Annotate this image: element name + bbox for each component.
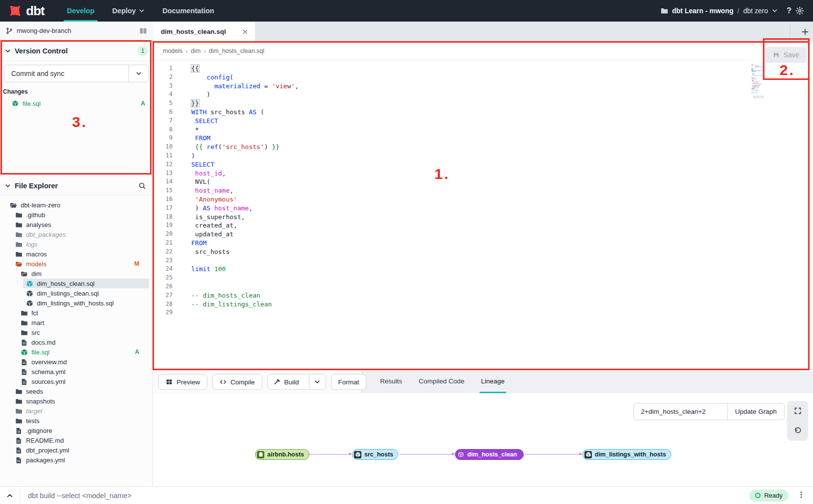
tree-item--gitignore[interactable]: .gitignore: [0, 426, 153, 435]
tree-item-schema-yml[interactable]: schema.yml: [0, 367, 153, 377]
overflow-menu-button[interactable]: [797, 491, 805, 501]
code-line[interactable]: 16 'Anonymous': [153, 195, 741, 204]
save-button[interactable]: Save: [765, 47, 807, 63]
code-line[interactable]: 15 host_name,: [153, 186, 741, 195]
chevron-down-icon[interactable]: [772, 8, 778, 14]
code-line[interactable]: 19 created_at,: [153, 221, 741, 230]
tree-item-tests[interactable]: tests: [0, 416, 153, 426]
code-line[interactable]: 26: [153, 282, 741, 291]
lineage-node-dim-listings-with-hosts[interactable]: dim_listings_with_hosts: [583, 449, 671, 460]
code-line[interactable]: 28-- dim_listings_clean: [153, 300, 741, 309]
update-graph-button[interactable]: Update Graph: [727, 403, 784, 420]
tree-item-fct[interactable]: fct: [0, 308, 153, 318]
tree-item-sources-yml[interactable]: sources.yml: [0, 377, 153, 386]
code-line[interactable]: 24limit 100: [153, 265, 741, 274]
commit-options-dropdown[interactable]: [128, 65, 148, 82]
tree-item-dbt-packages[interactable]: dbt_packages: [0, 229, 153, 239]
command-input[interactable]: dbt build --select <model_name>: [20, 492, 749, 500]
tree-item-seeds[interactable]: seeds: [0, 386, 153, 396]
code-line[interactable]: 21FROM: [153, 239, 741, 248]
tree-item-mart[interactable]: mart: [0, 318, 153, 328]
tree-item--github[interactable]: .github: [0, 210, 153, 220]
lineage-node-dim-hosts-clean[interactable]: dim_hosts_clean: [455, 449, 524, 460]
tree-item-docs-md[interactable]: docs.md: [0, 337, 153, 347]
code-line[interactable]: 9 FROM: [153, 134, 741, 143]
nav-item-deploy[interactable]: Deploy: [103, 0, 153, 22]
close-icon[interactable]: [242, 29, 248, 35]
build-main[interactable]: Build: [268, 375, 305, 389]
tree-item-logs[interactable]: logs: [0, 239, 153, 249]
code-line[interactable]: 23: [153, 256, 741, 265]
code-line[interactable]: 13 host_id,: [153, 169, 741, 178]
tree-item-readme-md[interactable]: README.md: [0, 435, 153, 445]
code-editor[interactable]: models›dim›dim_hosts_clean.sql Save 1{{2…: [153, 42, 813, 371]
code-line[interactable]: 6WITH src_hosts AS (: [153, 108, 741, 117]
code-line[interactable]: 11): [153, 151, 741, 160]
tab-lineage[interactable]: Lineage: [480, 371, 506, 393]
tab-results[interactable]: Results: [379, 371, 404, 393]
fullscreen-icon[interactable]: [794, 407, 802, 415]
lineage-node-src-hosts[interactable]: src_hosts: [352, 449, 398, 460]
nav-item-develop[interactable]: Develop: [58, 0, 103, 22]
account-name[interactable]: dbt Learn - mwong: [672, 7, 734, 15]
file-explorer-header[interactable]: File Explorer: [0, 177, 153, 194]
tree-item-overview-md[interactable]: overview.md: [0, 357, 153, 367]
tree-item-dim[interactable]: dim: [0, 269, 153, 278]
tree-item-dbt-learn-zero[interactable]: dbt-learn-zero: [0, 200, 153, 210]
code-line[interactable]: 22 src_hosts: [153, 248, 741, 256]
chevron-down-icon[interactable]: [5, 183, 11, 189]
commit-and-sync-button[interactable]: Commit and sync: [4, 65, 149, 82]
branch-bar[interactable]: mwong-dev-branch: [0, 22, 153, 40]
format-button[interactable]: Format: [331, 374, 367, 390]
tree-item-snapshots[interactable]: snapshots: [0, 396, 153, 406]
lineage-node-airbnb-hosts[interactable]: airbnb.hosts: [255, 449, 309, 460]
split-view-icon[interactable]: [139, 27, 147, 35]
code-line[interactable]: 12SELECT: [153, 160, 741, 169]
code-line[interactable]: 10 {{ ref('src_hosts') }}: [153, 143, 741, 151]
code-line[interactable]: 7 SELECT: [153, 117, 741, 126]
help-button[interactable]: ?: [787, 6, 791, 15]
code-line[interactable]: 5}}: [153, 99, 741, 108]
tree-item-dim-listings-with-hosts-sql[interactable]: dim_listings_with_hosts.sql: [0, 298, 153, 308]
tree-item-src[interactable]: src: [0, 328, 153, 337]
settings-gear-icon[interactable]: [795, 6, 804, 15]
search-icon[interactable]: [138, 182, 146, 190]
changed-file-row[interactable]: file.sql A: [0, 98, 153, 109]
code-line[interactable]: 29: [153, 308, 741, 317]
code-line[interactable]: 20 updated_at: [153, 230, 741, 239]
code-line[interactable]: 8 *: [153, 126, 741, 134]
code-line[interactable]: 18 is_superhost,: [153, 213, 741, 222]
reset-view-icon[interactable]: [794, 427, 802, 435]
code-line[interactable]: 1{{: [153, 64, 741, 73]
build-options-dropdown[interactable]: [309, 375, 326, 389]
version-control-header[interactable]: Version Control 1: [0, 43, 153, 59]
minimap[interactable]: {{ config( materialized = 'view', )}}WIT…: [751, 64, 764, 101]
tree-item-macros[interactable]: macros: [0, 249, 153, 259]
lineage-selector-input[interactable]: 2+dim_hosts_clean+2: [634, 403, 727, 420]
code-line[interactable]: 27-- dim_hosts_clean: [153, 291, 741, 300]
project-selector[interactable]: dbt zero: [743, 7, 768, 15]
code-lines[interactable]: 1{{2 config(3 materialized = 'view',4 )5…: [153, 64, 741, 317]
tree-item-dbt-project-yml[interactable]: dbt_project.yml: [0, 445, 153, 455]
nav-item-documentation[interactable]: Documentation: [153, 0, 223, 22]
code-line[interactable]: 25: [153, 274, 741, 282]
code-line[interactable]: 4 ): [153, 90, 741, 99]
expand-command-bar-button[interactable]: [0, 492, 20, 499]
tab-compiled-code[interactable]: Compiled Code: [417, 371, 466, 393]
code-line[interactable]: 3 materialized = 'view',: [153, 82, 741, 91]
code-line[interactable]: 17 ) AS host_name,: [153, 204, 741, 213]
tree-item-dim-listings-clean-sql[interactable]: dim_listings_clean.sql: [0, 288, 153, 298]
code-line[interactable]: 2 config(: [153, 73, 741, 82]
build-button[interactable]: Build: [267, 374, 326, 390]
preview-button[interactable]: Preview: [158, 374, 207, 390]
compile-button[interactable]: Compile: [212, 374, 262, 390]
tab-dim-hosts-clean[interactable]: dim_hosts_clean.sql: [153, 22, 255, 42]
tree-item-packages-yml[interactable]: packages.yml: [0, 455, 153, 465]
tree-item-dim-hosts-clean-sql[interactable]: dim_hosts_clean.sql: [0, 278, 153, 288]
tree-item-target[interactable]: target: [0, 406, 153, 416]
new-tab-button[interactable]: [801, 22, 809, 42]
tree-item-analyses[interactable]: analyses: [0, 220, 153, 229]
code-line[interactable]: 14 NVL(: [153, 177, 741, 186]
chevron-down-icon[interactable]: [5, 48, 11, 54]
tree-item-file-sql[interactable]: file.sqlA: [0, 347, 153, 357]
